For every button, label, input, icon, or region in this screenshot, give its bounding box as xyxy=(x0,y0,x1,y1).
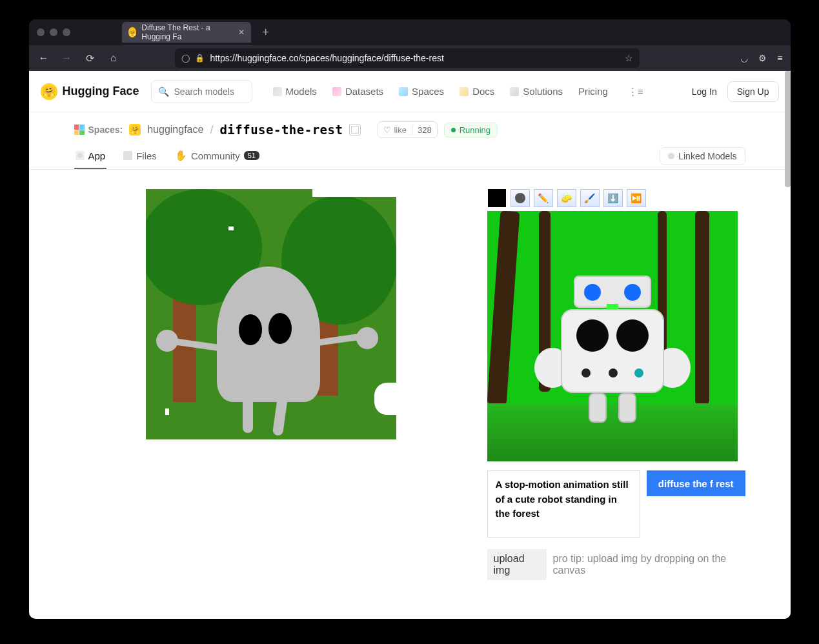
space-header: Spaces: 🤗 huggingface / diffuse-the-rest… xyxy=(29,112,791,170)
canvas-toolbar: ✏️ 🧽 🖌️ ⬇️ ⏯️ xyxy=(487,189,745,207)
app-tab-icon xyxy=(76,151,85,160)
brand-logo[interactable]: 🤗 Hugging Face xyxy=(41,83,139,100)
nav-models[interactable]: Models xyxy=(273,86,317,97)
result-image xyxy=(487,211,738,461)
nav-pricing[interactable]: Pricing xyxy=(578,86,608,97)
pencil-tool[interactable]: ✏️ xyxy=(534,189,553,207)
spaces-breadcrumb[interactable]: Spaces: xyxy=(74,125,123,135)
extensions-icon[interactable]: ⚙ xyxy=(758,53,767,63)
search-icon: 🔍 xyxy=(158,86,169,97)
sketch-canvas[interactable] xyxy=(146,189,396,439)
tab-title: Diffuse The Rest - a Hugging Fa xyxy=(141,23,230,41)
reload-button[interactable]: ⟳ xyxy=(83,52,97,65)
login-link[interactable]: Log In xyxy=(692,86,717,97)
color-swatch-icon xyxy=(488,189,506,207)
result-column: ✏️ 🧽 🖌️ ⬇️ ⏯️ xyxy=(487,189,745,580)
signup-button[interactable]: Sign Up xyxy=(727,81,779,102)
files-tab-icon xyxy=(123,151,132,160)
community-count-badge: 51 xyxy=(244,151,259,160)
minimize-window-icon[interactable] xyxy=(50,28,57,36)
lock-icon[interactable]: 🔒 xyxy=(195,54,205,63)
linked-models-icon xyxy=(668,153,674,159)
spaces-icon xyxy=(399,87,408,96)
brand-name: Hugging Face xyxy=(63,85,139,98)
like-button[interactable]: ♡ like 328 xyxy=(378,121,437,138)
window-controls xyxy=(37,28,70,36)
play-icon: ⏯️ xyxy=(631,193,642,203)
tab-app[interactable]: App xyxy=(74,144,107,169)
docs-icon xyxy=(460,87,469,96)
upload-row: upload img pro tip: upload img by droppi… xyxy=(487,549,745,580)
forward-button[interactable]: → xyxy=(60,52,74,64)
diffuse-button[interactable]: diffuse the f rest xyxy=(647,470,745,496)
shield-icon[interactable]: ◯ xyxy=(181,54,190,63)
nav-links: Models Datasets Spaces Docs Solutions Pr… xyxy=(273,84,648,99)
download-icon: ⬇️ xyxy=(607,193,618,203)
upload-img-button[interactable]: upload img xyxy=(487,549,547,580)
play-tool[interactable]: ⏯️ xyxy=(627,189,646,207)
prompt-controls: diffuse the f rest xyxy=(487,470,745,538)
pocket-icon[interactable]: ◡ xyxy=(740,53,748,63)
datasets-icon xyxy=(332,87,341,96)
spaces-grid-icon xyxy=(74,125,85,135)
org-name[interactable]: huggingface xyxy=(147,124,203,136)
models-icon xyxy=(273,87,282,96)
url-text: https://huggingface.co/spaces/huggingfac… xyxy=(210,53,620,63)
eraser-icon: 🧽 xyxy=(561,193,572,203)
titlebar: 🤗 Diffuse The Rest - a Hugging Fa ✕ + xyxy=(29,19,791,45)
linked-models-button[interactable]: Linked Models xyxy=(660,147,745,165)
close-window-icon[interactable] xyxy=(37,28,45,36)
site-nav: 🤗 Hugging Face 🔍 Models Datasets Spaces … xyxy=(29,71,791,112)
nav-docs[interactable]: Docs xyxy=(460,86,494,97)
eraser-tool[interactable]: 🧽 xyxy=(557,189,576,207)
community-tab-icon: ✋ xyxy=(175,150,187,161)
search-box[interactable]: 🔍 xyxy=(151,80,252,103)
pencil-icon: ✏️ xyxy=(538,193,549,203)
org-avatar-icon: 🤗 xyxy=(129,124,141,136)
nav-solutions[interactable]: Solutions xyxy=(510,86,563,97)
pro-tip-text: pro tip: upload img by dropping on the c… xyxy=(553,553,745,576)
status-badge: Running xyxy=(444,123,498,137)
app-body: ✏️ 🧽 🖌️ ⬇️ ⏯️ xyxy=(29,170,791,619)
nav-spaces[interactable]: Spaces xyxy=(399,86,444,97)
hamburger-menu-icon[interactable]: ≡ xyxy=(777,53,782,63)
like-count: 328 xyxy=(412,125,437,135)
brush-icon: 🖌️ xyxy=(584,193,595,203)
heart-icon: ♡ like xyxy=(378,125,412,135)
browser-window: 🤗 Diffuse The Rest - a Hugging Fa ✕ + ← … xyxy=(29,19,791,619)
browser-toolbar: ← → ⟳ ⌂ ◯ 🔒 https://huggingface.co/space… xyxy=(29,45,791,71)
nav-datasets[interactable]: Datasets xyxy=(332,86,383,97)
download-tool[interactable]: ⬇️ xyxy=(603,189,623,207)
brush-size-icon xyxy=(511,189,529,207)
close-tab-icon[interactable]: ✕ xyxy=(238,28,245,37)
tab-favicon-icon: 🤗 xyxy=(128,27,137,37)
bookmark-icon[interactable]: ☆ xyxy=(625,53,633,63)
space-name[interactable]: diffuse-the-rest xyxy=(219,123,343,137)
browser-right-icons: ◡ ⚙ ≡ xyxy=(740,53,782,63)
page-content: 🤗 Hugging Face 🔍 Models Datasets Spaces … xyxy=(29,71,791,619)
tab-files[interactable]: Files xyxy=(122,144,158,169)
maximize-window-icon[interactable] xyxy=(63,28,70,36)
solutions-icon xyxy=(510,87,519,96)
copy-name-icon[interactable] xyxy=(349,124,361,136)
new-tab-button[interactable]: + xyxy=(263,26,270,39)
search-input[interactable] xyxy=(174,86,245,97)
color-swatch-tool[interactable] xyxy=(487,189,507,207)
prompt-input[interactable] xyxy=(487,470,640,538)
auth-controls: Log In Sign Up xyxy=(692,81,779,102)
tab-community[interactable]: ✋Community51 xyxy=(174,143,261,169)
huggingface-logo-icon: 🤗 xyxy=(41,83,57,100)
scrollbar-thumb[interactable] xyxy=(785,71,791,187)
browser-tab[interactable]: 🤗 Diffuse The Rest - a Hugging Fa ✕ xyxy=(122,22,251,43)
back-button[interactable]: ← xyxy=(37,52,51,64)
home-button[interactable]: ⌂ xyxy=(106,52,121,64)
nav-more-icon[interactable]: ⋮≡ xyxy=(623,84,648,99)
brush-size-tool[interactable] xyxy=(511,189,530,207)
brush-tool[interactable]: 🖌️ xyxy=(580,189,600,207)
url-bar[interactable]: ◯ 🔒 https://huggingface.co/spaces/huggin… xyxy=(175,48,640,68)
sketch-column xyxy=(74,189,468,580)
vertical-scrollbar[interactable] xyxy=(785,71,791,619)
space-tabs: App Files ✋Community51 Linked Models xyxy=(74,143,745,169)
breadcrumb-separator: / xyxy=(210,123,213,137)
